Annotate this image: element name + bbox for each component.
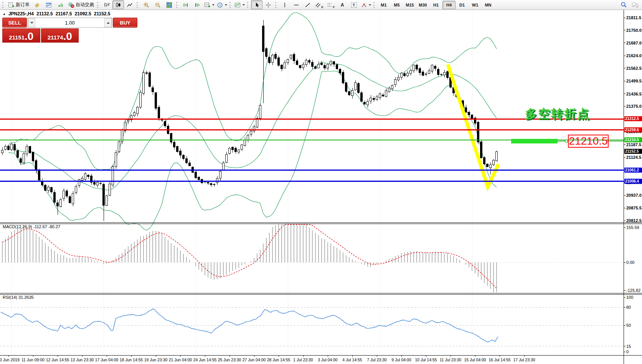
sell-price-main: 21151 bbox=[9, 33, 25, 42]
volume-increase-button[interactable] bbox=[104, 18, 112, 27]
toolbar-grip[interactable] bbox=[275, 2, 277, 8]
sell-price-frac: .0 bbox=[25, 31, 33, 42]
price-axis-tick: 21562.5 bbox=[626, 66, 642, 71]
price-line-label: 21312.5 bbox=[624, 116, 642, 121]
time-axis-label: 16 Jul 14:55 bbox=[489, 357, 510, 362]
rsi-axis-tick: 100 bbox=[626, 295, 633, 300]
tile-windows-button[interactable] bbox=[163, 0, 175, 9]
time-axis-label: 3 Jul 04:00 bbox=[318, 357, 337, 362]
cursor-button[interactable] bbox=[251, 0, 262, 9]
rsi-axis-tick: 80 bbox=[626, 305, 631, 310]
bar-chart-button[interactable] bbox=[101, 0, 112, 9]
rsi-axis-tick: 0 bbox=[626, 349, 629, 354]
chart-window-icon bbox=[46, 2, 52, 8]
new-order-label: 新订单 bbox=[16, 2, 30, 8]
tab-timeframe-M15[interactable]: M15 bbox=[403, 1, 416, 9]
toolbar-grip[interactable] bbox=[229, 2, 231, 8]
toolbar-grip[interactable] bbox=[2, 2, 4, 8]
ohlc-high: 21167.5 bbox=[56, 11, 72, 16]
tab-timeframe-W1[interactable]: W1 bbox=[469, 1, 482, 9]
trade-panel-toggle-icon[interactable]: ▲ bbox=[3, 12, 6, 16]
time-axis-label: 28 Jun 14:55 bbox=[267, 357, 290, 362]
time-axis-label: 17 Jun 04:00 bbox=[95, 357, 119, 362]
toolbar-grip[interactable] bbox=[137, 2, 139, 8]
chart-canvas[interactable] bbox=[0, 0, 642, 364]
price-axis-tick: 21687.0 bbox=[626, 41, 642, 45]
price-axis-tick: 21187.5 bbox=[626, 142, 641, 147]
price-line-label: 21006.4 bbox=[624, 179, 642, 184]
sell-price-button[interactable]: 21151.0 bbox=[2, 28, 40, 43]
chart-window-button[interactable] bbox=[43, 0, 54, 9]
ohlc-low: 21092.5 bbox=[74, 11, 91, 16]
time-axis-label: 15 Jul 04:00 bbox=[464, 357, 486, 362]
bar-chart-icon bbox=[104, 2, 110, 8]
text-label-button[interactable]: T bbox=[348, 0, 360, 9]
price-axis-tick: 20937.0 bbox=[626, 193, 642, 198]
tile-windows-icon bbox=[166, 2, 172, 8]
tab-timeframe-M5[interactable]: M5 bbox=[390, 1, 403, 9]
tab-timeframe-M30[interactable]: M30 bbox=[416, 1, 429, 9]
buy-button[interactable]: BUY bbox=[113, 18, 137, 28]
indicators-dropdown[interactable] bbox=[233, 0, 246, 9]
time-axis-label: 13 Jun 23:30 bbox=[71, 357, 94, 362]
tab-timeframe-M1[interactable]: M1 bbox=[377, 1, 390, 9]
horizontal-line-button[interactable] bbox=[290, 0, 302, 9]
chat-button[interactable] bbox=[629, 0, 641, 9]
tab-timeframe-H1[interactable]: H1 bbox=[429, 1, 442, 9]
toolbar-grip[interactable] bbox=[247, 2, 249, 8]
caret-down-icon bbox=[225, 4, 227, 6]
new-order-button[interactable]: 新订单 bbox=[6, 0, 31, 9]
signals-button[interactable] bbox=[54, 0, 66, 9]
line-chart-icon bbox=[127, 2, 133, 8]
arrows-dropdown[interactable] bbox=[360, 0, 372, 9]
time-axis-label: 10 Jul 14:55 bbox=[415, 357, 437, 362]
crosshair-button[interactable] bbox=[262, 0, 274, 9]
new-chart-icon bbox=[204, 2, 210, 8]
toolbar-grip[interactable] bbox=[373, 2, 375, 8]
price-axis-tick: 20875.5 bbox=[626, 206, 642, 210]
toolbar-grip[interactable] bbox=[176, 2, 178, 8]
candlestick-chart-icon bbox=[115, 2, 121, 8]
auto-trading-button[interactable]: 自动交易 bbox=[66, 0, 96, 9]
trendline-button[interactable] bbox=[302, 0, 314, 9]
tab-timeframe-D1[interactable]: D1 bbox=[456, 1, 469, 9]
new-chart-dropdown[interactable] bbox=[203, 0, 216, 9]
equidistant-channel-button[interactable]: E bbox=[314, 0, 325, 9]
metaeditor-button[interactable] bbox=[31, 0, 43, 9]
sell-button[interactable]: SELL bbox=[2, 18, 27, 28]
time-axis-label: 25 Jun 23:30 bbox=[218, 357, 241, 362]
timeframes-dropdown[interactable] bbox=[216, 0, 228, 9]
ohlc-open: 21132.5 bbox=[36, 11, 53, 16]
caret-down-icon bbox=[30, 22, 33, 24]
buy-price-button[interactable]: 21174.0 bbox=[41, 28, 79, 43]
zoom-out-button[interactable] bbox=[152, 0, 163, 9]
toolbar-grip[interactable] bbox=[97, 2, 99, 8]
time-axis-label: 11 Jun 09:00 bbox=[21, 357, 45, 362]
caret-down-icon bbox=[212, 4, 215, 6]
volume-input[interactable] bbox=[35, 18, 104, 27]
price-axis-tick: 20812.5 bbox=[626, 218, 642, 223]
auto-scroll-button[interactable] bbox=[180, 0, 191, 9]
volume-decrease-button[interactable] bbox=[28, 18, 35, 27]
vertical-line-button[interactable] bbox=[279, 0, 290, 9]
auto-trading-label: 自动交易 bbox=[76, 2, 94, 8]
line-chart-button[interactable] bbox=[124, 0, 135, 9]
price-axis-tick: 21624.0 bbox=[626, 53, 642, 58]
fibonacci-button[interactable]: F bbox=[325, 0, 337, 9]
rsi-axis-tick: 50 bbox=[626, 323, 631, 328]
zoom-in-button[interactable] bbox=[140, 0, 152, 9]
tab-timeframe-H4[interactable]: H4 bbox=[442, 1, 456, 9]
macd-axis-tick: 155.59 bbox=[626, 225, 639, 230]
volume-stepper bbox=[28, 18, 112, 28]
tab-timeframe-MN[interactable]: MN bbox=[482, 1, 495, 9]
rsi-axis-tick: 15 bbox=[626, 344, 631, 349]
auto-scroll-icon bbox=[183, 2, 189, 8]
search-button[interactable] bbox=[618, 0, 629, 9]
time-axis-label: 12 Jun 14:55 bbox=[46, 357, 69, 362]
buy-price-main: 21174 bbox=[48, 33, 63, 42]
chart-shift-button[interactable] bbox=[191, 0, 203, 9]
candlestick-chart-button[interactable] bbox=[112, 0, 124, 9]
text-button[interactable]: A bbox=[337, 0, 348, 9]
arrows-icon bbox=[361, 2, 367, 8]
symbol-period-label: JPN225-,H4 bbox=[8, 11, 34, 16]
